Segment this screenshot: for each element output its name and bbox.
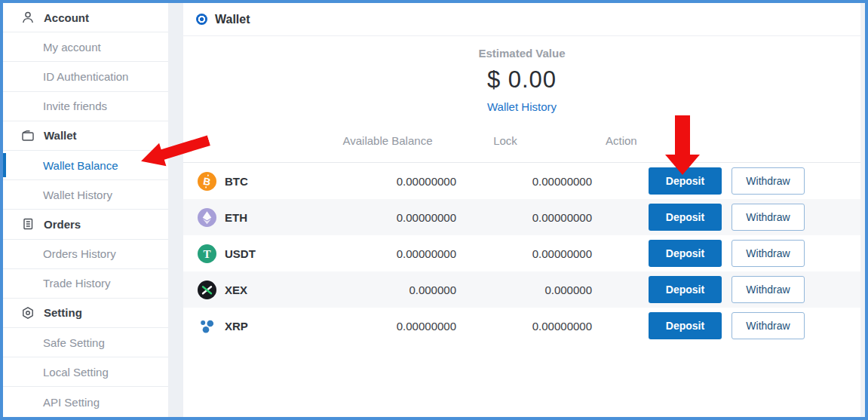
- xex-icon: [198, 281, 216, 299]
- btc-icon: B: [198, 172, 216, 191]
- radio-selected-icon: [196, 14, 207, 25]
- sidebar-item-label: Wallet History: [43, 189, 112, 201]
- gear-icon: [21, 306, 35, 320]
- deposit-button[interactable]: Deposit: [649, 276, 722, 303]
- sidebar-item-invite-friends[interactable]: Invite friends: [3, 92, 168, 121]
- header-available-balance: Available Balance: [319, 134, 456, 147]
- table-row-xrp: XRP0.000000000.00000000DepositWithdraw: [183, 308, 860, 344]
- available-balance-value: 0.00000000: [319, 211, 456, 224]
- tab-wallet[interactable]: Wallet: [183, 3, 860, 36]
- xrp-icon: [198, 317, 216, 336]
- sidebar-item-label: ID Authentication: [43, 70, 128, 83]
- sidebar-item-my-account[interactable]: My account: [3, 32, 168, 62]
- estimated-value-summary: Estimated Value $ 0.00 Wallet History: [183, 36, 860, 119]
- estimated-value-amount: $ 0.00: [183, 66, 860, 94]
- action-cell: DepositWithdraw: [592, 276, 860, 303]
- available-balance-value: 0.00000000: [319, 247, 456, 260]
- estimated-value-label: Estimated Value: [183, 47, 860, 60]
- sidebar-item-label: Wallet: [44, 129, 77, 142]
- usdt-icon: T: [198, 244, 216, 263]
- lock-value: 0.00000000: [456, 247, 592, 260]
- available-balance-value: 0.00000000: [319, 320, 456, 333]
- sidebar-item-setting[interactable]: Setting: [3, 299, 168, 328]
- eth-icon: [198, 208, 216, 227]
- sidebar-item-orders-history[interactable]: Orders History: [3, 240, 168, 269]
- coin-symbol: ETH: [225, 211, 247, 224]
- header-lock: Lock: [456, 134, 592, 147]
- sidebar-item-label: Account: [44, 11, 89, 24]
- action-cell: DepositWithdraw: [592, 204, 860, 231]
- withdraw-button[interactable]: Withdraw: [732, 204, 805, 231]
- table-row-btc: BBTC0.000000000.00000000DepositWithdraw: [183, 163, 860, 199]
- lock-value: 0.00000000: [456, 175, 592, 188]
- sidebar-item-label: My account: [43, 41, 101, 54]
- tab-wallet-label: Wallet: [215, 13, 250, 26]
- lock-value: 0.00000000: [456, 320, 592, 333]
- lock-value: 0.00000000: [456, 211, 592, 224]
- coin-cell: XRP: [183, 317, 319, 336]
- sidebar-item-wallet-balance[interactable]: Wallet Balance: [3, 151, 168, 180]
- sidebar-item-orders[interactable]: Orders: [3, 210, 168, 239]
- table-header-row: Available Balance Lock Action: [183, 119, 860, 163]
- svg-text:T: T: [203, 248, 210, 260]
- wallet-table-body: BBTC0.000000000.00000000DepositWithdrawE…: [183, 163, 860, 344]
- table-row-xex: XEX0.0000000.000000DepositWithdraw: [183, 271, 860, 308]
- deposit-button[interactable]: Deposit: [649, 167, 722, 195]
- action-cell: DepositWithdraw: [592, 167, 860, 195]
- sidebar-item-label: Trade History: [43, 277, 110, 290]
- sidebar-item-wallet[interactable]: Wallet: [3, 121, 168, 151]
- withdraw-button[interactable]: Withdraw: [732, 167, 805, 195]
- deposit-button[interactable]: Deposit: [649, 204, 722, 231]
- action-cell: DepositWithdraw: [592, 312, 860, 339]
- lock-value: 0.000000: [456, 284, 592, 296]
- sidebar-item-safe-setting[interactable]: Safe Setting: [3, 328, 168, 357]
- sidebar-item-label: Orders: [44, 218, 81, 231]
- deposit-button[interactable]: Deposit: [649, 240, 722, 267]
- sidebar-item-local-setting[interactable]: Local Setting: [3, 357, 168, 387]
- user-icon: [21, 11, 35, 24]
- sidebar-item-label: Setting: [44, 306, 82, 319]
- coin-symbol: XRP: [225, 320, 248, 333]
- withdraw-button[interactable]: Withdraw: [732, 312, 805, 339]
- withdraw-button[interactable]: Withdraw: [732, 276, 805, 303]
- wallet-icon: [21, 129, 35, 143]
- sidebar-item-label: Orders History: [43, 247, 116, 260]
- available-balance-value: 0.000000: [319, 284, 456, 296]
- available-balance-value: 0.00000000: [319, 175, 456, 188]
- orders-icon: [21, 217, 35, 231]
- sidebar: AccountMy accountID AuthenticationInvite…: [3, 3, 168, 417]
- sidebar-main-divider: [168, 3, 183, 417]
- coin-cell: XEX: [183, 281, 319, 299]
- main-panel: Wallet Estimated Value $ 0.00 Wallet His…: [183, 3, 860, 417]
- coin-cell: TUSDT: [183, 244, 319, 263]
- deposit-button[interactable]: Deposit: [649, 312, 722, 339]
- action-cell: DepositWithdraw: [592, 240, 860, 267]
- sidebar-item-trade-history[interactable]: Trade History: [3, 269, 168, 299]
- sidebar-item-id-authentication[interactable]: ID Authentication: [3, 62, 168, 91]
- coin-symbol: BTC: [225, 175, 248, 188]
- coin-cell: BBTC: [183, 172, 319, 191]
- withdraw-button[interactable]: Withdraw: [732, 240, 805, 267]
- sidebar-item-label: Local Setting: [43, 366, 109, 379]
- table-row-usdt: TUSDT0.000000000.00000000DepositWithdraw: [183, 235, 860, 271]
- sidebar-item-label: Wallet Balance: [43, 159, 118, 172]
- wallet-history-link[interactable]: Wallet History: [487, 100, 557, 113]
- sidebar-item-account[interactable]: Account: [3, 3, 168, 32]
- scrollbar-track[interactable]: [860, 3, 865, 417]
- sidebar-item-api-setting[interactable]: API Setting: [3, 387, 168, 416]
- sidebar-item-label: API Setting: [43, 396, 100, 409]
- sidebar-item-label: Safe Setting: [43, 336, 105, 349]
- table-row-eth: ETH0.000000000.00000000DepositWithdraw: [183, 199, 860, 235]
- sidebar-item-label: Invite friends: [43, 100, 107, 112]
- coin-cell: ETH: [183, 208, 319, 227]
- coin-symbol: USDT: [225, 247, 256, 260]
- coin-symbol: XEX: [225, 284, 247, 296]
- header-action: Action: [592, 134, 860, 147]
- sidebar-item-wallet-history[interactable]: Wallet History: [3, 180, 168, 210]
